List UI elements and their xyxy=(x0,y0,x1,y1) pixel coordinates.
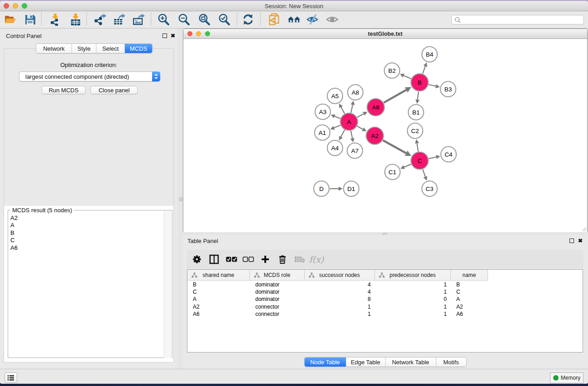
graph-edge[interactable] xyxy=(357,114,364,117)
table-cell[interactable]: A6 xyxy=(456,310,488,318)
tab-network-table[interactable]: Network Table xyxy=(386,357,436,367)
table-cell[interactable]: 1 xyxy=(305,303,371,310)
close-panel-button[interactable]: Close panel xyxy=(91,86,138,94)
window-resize-grip[interactable] xyxy=(581,226,587,232)
clear-checkboxes-icon[interactable] xyxy=(241,253,255,266)
graph-edge[interactable] xyxy=(404,164,411,167)
tab-node-table[interactable]: Node Table xyxy=(305,357,346,367)
table-cell[interactable]: C xyxy=(193,288,250,295)
graph-edge[interactable] xyxy=(423,169,425,176)
table-cell[interactable]: B xyxy=(193,281,250,288)
mcds-result-item[interactable]: A2 xyxy=(9,214,18,222)
table-cell[interactable]: 1 xyxy=(305,310,371,318)
tab-mcds[interactable]: MCDS xyxy=(125,44,152,53)
table-cell[interactable]: 8 xyxy=(305,295,371,303)
show-all-icon[interactable] xyxy=(325,13,339,26)
graph-edge[interactable] xyxy=(404,76,411,79)
zoom-in-icon[interactable] xyxy=(157,13,170,26)
run-mcds-button[interactable]: Run MCDS xyxy=(42,86,86,94)
graph-edge[interactable] xyxy=(383,140,406,153)
zoom-selected-icon[interactable] xyxy=(217,13,231,26)
graph-edge[interactable] xyxy=(417,143,418,152)
optimization-criterion-dropdown[interactable]: largest connected component (directed) xyxy=(19,71,160,81)
tab-select[interactable]: Select xyxy=(96,44,125,53)
mcds-result-list[interactable]: A2ABCA6 xyxy=(9,214,18,252)
graph-edge[interactable] xyxy=(357,126,363,129)
graph-edge[interactable] xyxy=(351,131,352,138)
table-cell[interactable]: dominator xyxy=(255,281,305,288)
export-network-icon[interactable] xyxy=(93,13,107,26)
gear-icon[interactable] xyxy=(190,253,204,266)
graph-edge[interactable] xyxy=(341,107,344,114)
first-neighbors-icon[interactable] xyxy=(287,13,301,26)
close-table-panel-icon[interactable]: ✖ xyxy=(578,238,583,243)
hide-selected-icon[interactable] xyxy=(306,13,320,26)
graph-edge[interactable] xyxy=(351,105,353,113)
column-header-MCDS-role[interactable]: MCDS role xyxy=(250,270,305,281)
delete-table-icon[interactable] xyxy=(293,253,306,266)
vertical-splitter-grip[interactable] xyxy=(179,197,182,201)
float-panel-icon[interactable] xyxy=(163,33,167,38)
export-table-icon[interactable] xyxy=(112,13,126,26)
table-cell[interactable]: 4 xyxy=(305,288,371,295)
save-session-icon[interactable] xyxy=(23,13,37,26)
graph-edge[interactable] xyxy=(417,91,418,100)
network-window-titlebar[interactable]: testGlobe.txt xyxy=(183,29,587,39)
graph-edge[interactable] xyxy=(384,90,406,103)
mcds-result-item[interactable]: A xyxy=(9,222,18,229)
table-cell[interactable]: B xyxy=(456,281,488,288)
table-cell[interactable]: connector xyxy=(255,310,305,318)
table-cell[interactable]: 1 xyxy=(375,281,447,288)
split-columns-icon[interactable] xyxy=(207,253,221,266)
network-canvas[interactable]: AA6A2BCA1A3A4A5A7A8B1B2B3B4C1C2C3C4DD1 xyxy=(183,39,587,232)
table-cell[interactable]: dominator xyxy=(255,288,305,295)
refresh-icon[interactable] xyxy=(241,13,255,26)
column-header-name[interactable]: name xyxy=(451,270,488,281)
tab-edge-table[interactable]: Edge Table xyxy=(346,357,386,367)
mcds-result-item[interactable]: C xyxy=(9,237,18,244)
import-table-icon[interactable] xyxy=(69,13,82,26)
tab-motifs[interactable]: Motifs xyxy=(436,357,466,367)
column-header-shared-name[interactable]: shared name xyxy=(187,270,250,281)
graph-edge[interactable] xyxy=(423,66,425,73)
select-all-checkboxes-icon[interactable] xyxy=(225,253,238,266)
export-image-icon[interactable] xyxy=(132,13,145,26)
mcds-result-item[interactable]: B xyxy=(9,229,18,237)
table-cell[interactable]: 1 xyxy=(375,303,447,310)
clone-network-icon[interactable] xyxy=(268,13,282,26)
show-panels-button[interactable] xyxy=(5,372,17,383)
graph-edge[interactable] xyxy=(335,116,340,119)
graph-edge[interactable] xyxy=(429,157,436,159)
graph-edge[interactable] xyxy=(341,130,344,137)
float-table-panel-icon[interactable] xyxy=(569,238,574,243)
table-cell[interactable]: A xyxy=(193,295,250,303)
table-cell[interactable]: 0 xyxy=(375,295,447,303)
table-cell[interactable]: dominator xyxy=(255,295,305,303)
open-session-icon[interactable] xyxy=(3,13,17,26)
mcds-result-item[interactable]: A6 xyxy=(9,244,18,252)
table-cell[interactable]: 4 xyxy=(305,281,371,288)
result-list-scrollbar[interactable] xyxy=(164,211,172,358)
table-cell[interactable]: A2 xyxy=(456,303,488,310)
zoom-fit-icon[interactable] xyxy=(197,13,211,26)
graph-edge[interactable] xyxy=(429,85,436,86)
column-header-successor-nodes[interactable]: successor nodes xyxy=(305,270,375,281)
search-input[interactable] xyxy=(451,15,584,24)
table-cell[interactable]: A2 xyxy=(193,303,250,310)
close-panel-icon[interactable]: ✖ xyxy=(170,33,176,38)
table-cell[interactable]: C xyxy=(456,288,488,295)
zoom-out-icon[interactable] xyxy=(177,13,191,26)
graph-edge[interactable] xyxy=(334,125,340,128)
table-cell[interactable]: A xyxy=(456,295,488,303)
table-cell[interactable]: A6 xyxy=(193,310,250,318)
table-cell[interactable]: connector xyxy=(255,303,305,310)
import-network-icon[interactable] xyxy=(48,13,62,26)
tab-network[interactable]: Network xyxy=(36,44,72,53)
column-header-predecessor-nodes[interactable]: predecessor nodes xyxy=(375,270,451,281)
table-cell[interactable]: 1 xyxy=(375,310,447,318)
table-cell[interactable]: 1 xyxy=(375,288,447,295)
delete-column-icon[interactable] xyxy=(276,253,289,266)
memory-button[interactable]: Memory xyxy=(550,372,583,383)
function-builder-icon[interactable]: f(x) xyxy=(310,253,323,266)
tab-style[interactable]: Style xyxy=(72,44,96,53)
